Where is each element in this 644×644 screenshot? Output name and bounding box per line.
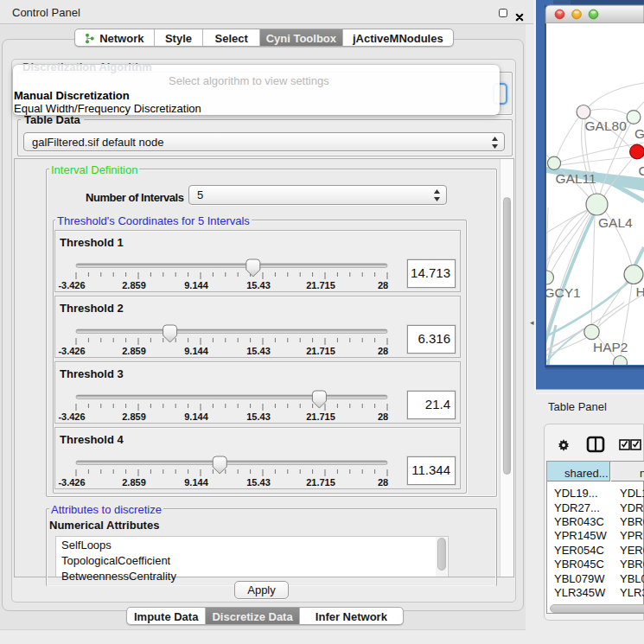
svg-text:9.144: 9.144 <box>184 280 208 290</box>
svg-text:CD: CD <box>639 163 644 178</box>
svg-text:-3.426: -3.426 <box>58 477 85 488</box>
svg-text:21.715: 21.715 <box>306 346 335 356</box>
svg-text:9.144: 9.144 <box>184 411 208 422</box>
svg-text:28: 28 <box>378 411 388 422</box>
svg-text:28: 28 <box>378 280 388 290</box>
svg-text:GAL1: GAL1 <box>634 126 644 141</box>
svg-text:-3.426: -3.426 <box>58 280 85 290</box>
svg-text:15.43: 15.43 <box>246 346 271 356</box>
svg-text:-3.426: -3.426 <box>58 411 85 422</box>
svg-text:15.43: 15.43 <box>246 280 271 290</box>
svg-text:21.715: 21.715 <box>306 477 335 488</box>
svg-text:9.144: 9.144 <box>184 346 208 356</box>
svg-text:GAL4: GAL4 <box>598 215 633 230</box>
svg-text:GCY1: GCY1 <box>545 285 581 300</box>
svg-text:GAL11: GAL11 <box>556 171 596 186</box>
svg-text:15.43: 15.43 <box>246 477 271 488</box>
svg-text:28: 28 <box>378 477 388 488</box>
svg-text:2.859: 2.859 <box>122 411 146 422</box>
svg-text:28: 28 <box>378 346 388 356</box>
svg-text:2.859: 2.859 <box>122 477 146 488</box>
svg-text:HAP2: HAP2 <box>593 340 628 354</box>
svg-text:9.144: 9.144 <box>184 477 208 488</box>
svg-text:15.43: 15.43 <box>246 411 271 422</box>
svg-text:21.715: 21.715 <box>306 411 335 422</box>
svg-text:HA: HA <box>636 284 644 299</box>
svg-text:-3.426: -3.426 <box>58 346 85 356</box>
svg-text:GAL80: GAL80 <box>585 118 628 133</box>
svg-text:21.715: 21.715 <box>306 280 335 290</box>
svg-text:2.859: 2.859 <box>122 346 146 356</box>
svg-text:2.859: 2.859 <box>122 280 146 290</box>
